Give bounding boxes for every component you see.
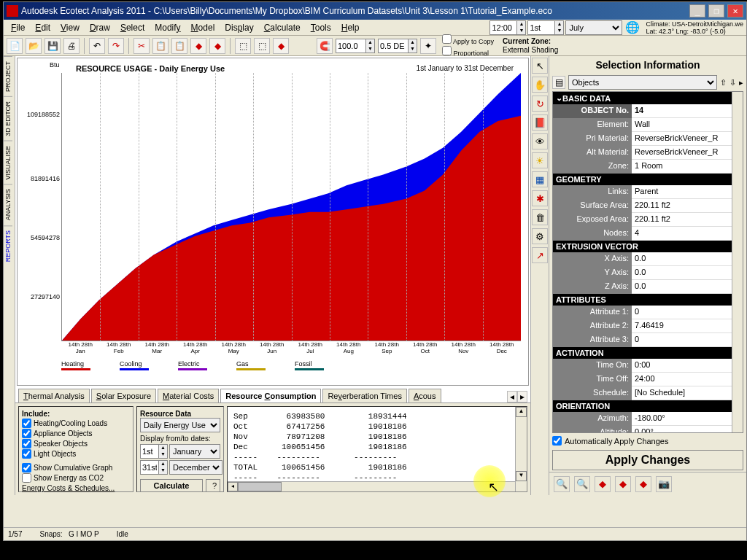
- tool-icon-1[interactable]: ◆: [190, 38, 206, 54]
- arrow-icon[interactable]: ↖: [532, 58, 548, 74]
- attr2-value[interactable]: 7.46419: [632, 319, 743, 333]
- value2-input[interactable]: [379, 42, 408, 50]
- schedule-value[interactable]: [No Schedule]: [632, 386, 743, 400]
- menu-display[interactable]: Display: [220, 21, 258, 34]
- menu-model[interactable]: Model: [187, 21, 220, 34]
- menu-tools[interactable]: Tools: [306, 21, 336, 34]
- view-icon-2[interactable]: ◆: [615, 476, 631, 492]
- attr3-value[interactable]: 0: [632, 333, 743, 347]
- energy-costs-link[interactable]: Energy Costs & Schedules...: [22, 484, 130, 492]
- chk-cumulative[interactable]: [22, 463, 31, 472]
- value1-input[interactable]: [336, 42, 365, 50]
- selection-combo[interactable]: Objects: [568, 75, 717, 90]
- minimize-button[interactable]: _: [689, 4, 705, 18]
- month-combo[interactable]: July: [565, 20, 622, 35]
- vtab-analysis[interactable]: ANALYSIS: [4, 184, 12, 225]
- value2-spinner[interactable]: ▲▼: [378, 39, 417, 53]
- open-icon[interactable]: 📂: [26, 38, 42, 54]
- vtab-visualise[interactable]: VISUALISE: [4, 141, 12, 184]
- eye-icon[interactable]: 👁: [532, 133, 548, 149]
- menu-select[interactable]: Select: [116, 21, 149, 34]
- tab-acoustic[interactable]: Acous: [409, 389, 441, 402]
- section-attributes[interactable]: ATTRIBUTES: [553, 294, 743, 306]
- trash-icon[interactable]: 🗑: [532, 209, 548, 225]
- magnet-icon[interactable]: 🧲: [317, 38, 333, 54]
- help-button[interactable]: ?: [206, 479, 220, 492]
- gear-icon[interactable]: ⚙: [532, 228, 548, 244]
- time-on-value[interactable]: 0:00: [632, 359, 743, 373]
- proportional-check[interactable]: [442, 46, 452, 55]
- to-month-combo[interactable]: December: [169, 460, 222, 475]
- exposed-area-value[interactable]: 220.11 ft2: [632, 213, 743, 227]
- vtab-project[interactable]: PROJECT: [4, 56, 12, 96]
- menu-file[interactable]: File: [7, 21, 29, 34]
- to-day-spinner[interactable]: ▲▼: [140, 460, 168, 475]
- tab-prev-icon[interactable]: ◂: [507, 391, 517, 402]
- azimuth-value[interactable]: -180.00°: [632, 412, 743, 426]
- view-icon-3[interactable]: ◆: [635, 476, 651, 492]
- calculate-button[interactable]: Calculate: [140, 479, 203, 492]
- up-icon[interactable]: ⇧: [720, 78, 727, 88]
- day-spinner[interactable]: ▲▼: [527, 20, 564, 35]
- menu-view[interactable]: View: [56, 21, 84, 34]
- time-spinner[interactable]: ▲▼: [489, 20, 526, 35]
- book-icon[interactable]: 📕: [532, 114, 548, 131]
- maximize-button[interactable]: ❐: [708, 4, 724, 18]
- panel-icon[interactable]: ▦: [532, 171, 548, 187]
- chk-appliance[interactable]: [22, 429, 31, 438]
- paste-icon[interactable]: 📋: [171, 38, 187, 54]
- from-day-spinner[interactable]: ▲▼: [140, 444, 168, 459]
- print-icon[interactable]: 🖨: [63, 38, 80, 54]
- auto-apply-check[interactable]: [552, 436, 562, 446]
- x-axis-value[interactable]: 0.0: [632, 252, 743, 266]
- tool-icon-4[interactable]: ⬚: [254, 38, 270, 54]
- day-input[interactable]: [528, 23, 554, 32]
- section-basic[interactable]: ⌄ BASIC DATA: [553, 92, 743, 104]
- cut-icon[interactable]: ✂: [133, 38, 150, 54]
- rotate-icon[interactable]: ↻: [532, 96, 548, 112]
- vtab-3d[interactable]: 3D EDITOR: [4, 96, 12, 141]
- copy-icon[interactable]: 📋: [152, 38, 169, 54]
- tab-resource[interactable]: Resource Consumption: [220, 389, 321, 402]
- resource-combo[interactable]: Daily Energy Use: [140, 418, 220, 432]
- zoom-sel-icon[interactable]: 🔍: [574, 476, 590, 492]
- time-input[interactable]: [490, 23, 516, 32]
- tab-material[interactable]: Material Costs: [158, 389, 219, 402]
- zone-value[interactable]: 1 Room: [632, 160, 743, 174]
- tool-icon-3[interactable]: ⬚: [235, 38, 251, 54]
- camera-icon[interactable]: 📷: [656, 476, 672, 492]
- chk-light[interactable]: [22, 449, 31, 459]
- down-icon[interactable]: ⇩: [729, 78, 736, 88]
- y-axis-value[interactable]: 0.0: [632, 266, 743, 280]
- table-hscroll[interactable]: ◂: [228, 481, 515, 491]
- menu-edit[interactable]: Edit: [31, 21, 55, 34]
- menu-modify[interactable]: Modify: [150, 21, 185, 34]
- sel-icon[interactable]: ▤: [552, 76, 565, 89]
- altitude-value[interactable]: 0.00°: [632, 426, 743, 433]
- surface-area-value[interactable]: 220.11 ft2: [632, 199, 743, 213]
- prop-scrollbar[interactable]: [732, 92, 743, 432]
- section-orientation[interactable]: ORIENTATION: [553, 400, 743, 412]
- export-icon[interactable]: ↗: [532, 247, 548, 263]
- tool-icon-5[interactable]: ◆: [273, 38, 289, 54]
- network-icon[interactable]: ✱: [532, 190, 548, 206]
- table-scrollbar[interactable]: ▲ ▼: [515, 407, 527, 491]
- from-month-combo[interactable]: January: [169, 444, 220, 459]
- zoom-all-icon[interactable]: 🔍: [554, 476, 570, 492]
- section-activation[interactable]: ACTIVATION: [553, 347, 743, 359]
- results-table[interactable]: Sep 63983580 18931444 Oct 67417256 19018…: [227, 406, 527, 492]
- apply-copy-check[interactable]: [442, 34, 452, 44]
- menu-draw[interactable]: Draw: [85, 21, 115, 34]
- nodes-value[interactable]: 4: [632, 227, 743, 241]
- section-geometry[interactable]: GEOMETRY: [553, 174, 743, 185]
- apply-changes-button[interactable]: Apply Changes: [552, 450, 743, 470]
- menu-help[interactable]: Help: [337, 21, 364, 34]
- value1-spinner[interactable]: ▲▼: [336, 39, 375, 53]
- left-vertical-tabs[interactable]: PROJECT 3D EDITOR VISUALISE ANALYSIS REP…: [4, 56, 15, 495]
- view-icon-1[interactable]: ◆: [595, 476, 611, 492]
- save-icon[interactable]: 💾: [44, 38, 61, 54]
- redo-icon[interactable]: ↷: [108, 38, 124, 54]
- vtab-reports[interactable]: REPORTS: [4, 225, 12, 266]
- alt-material-value[interactable]: ReverseBrickVeneer_R: [632, 146, 743, 160]
- tab-solar[interactable]: Solar Exposure: [91, 389, 156, 402]
